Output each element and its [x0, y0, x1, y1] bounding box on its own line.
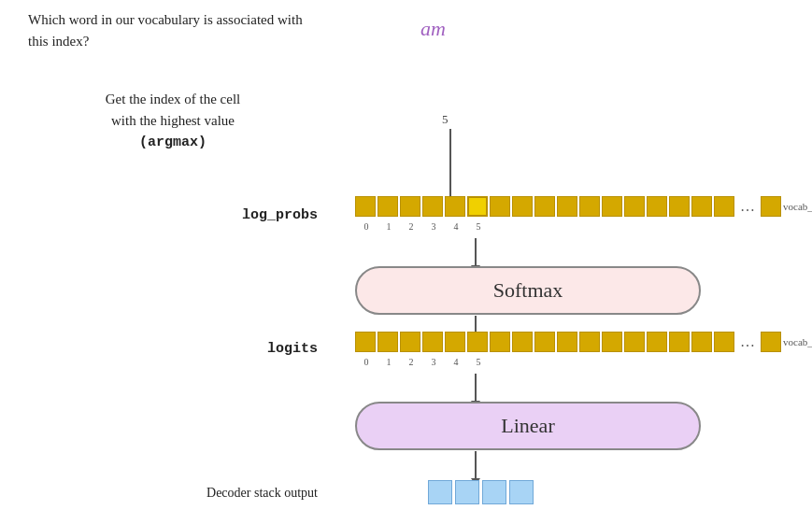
- decoder-cell-0: [428, 480, 452, 504]
- logit-9: [557, 332, 577, 352]
- logit-6: [490, 332, 510, 352]
- logit-idx-4: 4: [445, 357, 467, 367]
- cell-9: [557, 196, 577, 217]
- decoder-stack-label: Decoder stack output: [28, 486, 318, 501]
- cell-0: [355, 196, 376, 217]
- arrow-logprobs-to-softmax: [475, 238, 477, 266]
- logits-label: logits: [28, 341, 318, 357]
- linear-layer: Linear: [355, 402, 701, 450]
- ellipsis-top: …: [740, 198, 755, 215]
- idx-0: 0: [355, 221, 378, 232]
- cell-7: [512, 196, 533, 217]
- idx-2: 2: [400, 221, 422, 232]
- logit-8: [534, 332, 555, 352]
- cell-14: [669, 196, 690, 217]
- cell-12: [624, 196, 645, 217]
- decoder-cell-3: [509, 480, 534, 504]
- cell-13: [647, 196, 667, 217]
- argmax-line2: with the highest value: [111, 113, 235, 128]
- logit-idx-1: 1: [378, 357, 400, 367]
- cell-2: [400, 196, 420, 217]
- idx-1: 1: [378, 221, 400, 232]
- logit-2: [400, 332, 420, 352]
- cell-15: [691, 196, 712, 217]
- logit-10: [579, 332, 600, 352]
- log-probs-label: log_probs: [28, 207, 318, 223]
- argmax-keyword: (argmax): [139, 135, 207, 150]
- cell-3: [422, 196, 443, 217]
- cell-11: [602, 196, 622, 217]
- vocab-size-label-top: vocab_size: [783, 201, 812, 212]
- logit-7: [512, 332, 533, 352]
- logit-13: [647, 332, 667, 352]
- decoder-cell-1: [455, 480, 479, 504]
- softmax-label: Softmax: [493, 278, 563, 303]
- logit-12: [624, 332, 645, 352]
- arrow-logits-to-linear: [475, 374, 477, 402]
- idx-4: 4: [445, 221, 467, 232]
- index-number: 5: [442, 112, 449, 127]
- index-labels-bot: 0 1 2 3 4 5: [355, 357, 490, 367]
- left-column: Which word in our vocabulary is associat…: [19, 0, 327, 524]
- linear-label: Linear: [501, 414, 554, 438]
- diagram: am 5 … vo: [327, 0, 812, 524]
- logit-14: [669, 332, 690, 352]
- word-output: am: [420, 17, 446, 41]
- ellipsis-bot: …: [740, 333, 755, 350]
- log-probs-cells: … vocab_size: [355, 196, 812, 217]
- logit-16: [714, 332, 734, 352]
- logit-5: [467, 332, 488, 352]
- index-labels-top: 0 1 2 3 4 5: [355, 221, 490, 232]
- argmax-line1: Get the index of the cell: [106, 92, 241, 106]
- cell-6: [490, 196, 510, 217]
- logit-idx-3: 3: [422, 357, 445, 367]
- cell-8: [534, 196, 555, 217]
- cell-16: [714, 196, 734, 217]
- logit-1: [378, 332, 398, 352]
- logit-idx-0: 0: [355, 357, 378, 367]
- logit-3: [422, 332, 443, 352]
- cell-4: [445, 196, 465, 217]
- logit-0: [355, 332, 376, 352]
- logit-last: [761, 332, 781, 352]
- logit-11: [602, 332, 622, 352]
- cell-last: [761, 196, 781, 217]
- logit-idx-2: 2: [400, 357, 422, 367]
- argmax-description: Get the index of the cell with the highe…: [28, 89, 318, 154]
- logits-cells: … vocab_size: [355, 332, 812, 352]
- logit-idx-5: 5: [467, 357, 490, 367]
- cell-1: [378, 196, 398, 217]
- vocab-size-label-bot: vocab_size: [783, 336, 812, 347]
- arrow-linear-to-decoder: [475, 451, 477, 479]
- decoder-output-cells: [428, 480, 534, 504]
- question-text: Which word in our vocabulary is associat…: [28, 9, 318, 51]
- idx-3: 3: [422, 221, 445, 232]
- page: Which word in our vocabulary is associat…: [0, 0, 812, 524]
- decoder-cell-2: [482, 480, 506, 504]
- softmax-layer: Softmax: [355, 266, 701, 315]
- cell-5-highlight: [467, 196, 488, 217]
- idx-5: 5: [467, 221, 490, 232]
- logit-4: [445, 332, 465, 352]
- cell-10: [579, 196, 600, 217]
- arrow-index-to-logprobs: [449, 129, 451, 200]
- logit-15: [691, 332, 712, 352]
